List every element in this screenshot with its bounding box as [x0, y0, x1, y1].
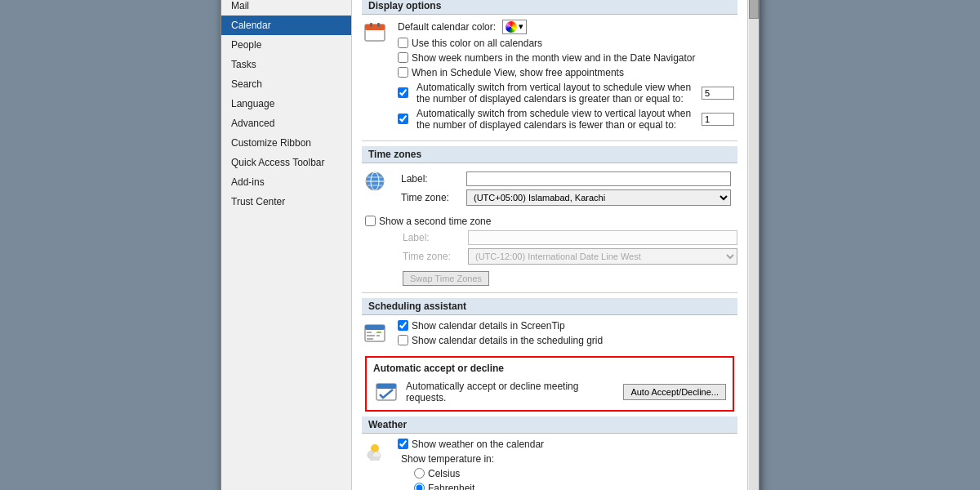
globe-icon: [362, 168, 388, 194]
second-zone-select[interactable]: (UTC-12:00) International Date Line West: [468, 248, 737, 265]
show-temp-row: Show temperature in:: [394, 453, 737, 465]
tz-zone-text: Time zone:: [401, 192, 466, 203]
sidebar-item-calendar[interactable]: Calendar: [221, 16, 351, 35]
second-zone-text: Time zone:: [403, 251, 468, 262]
tz-label-input[interactable]: [466, 172, 731, 186]
sidebar: General Mail Calendar People Tasks Searc…: [221, 0, 352, 490]
sidebar-item-quick-access[interactable]: Quick Access Toolbar: [221, 153, 351, 172]
sidebar-item-people[interactable]: People: [221, 35, 351, 55]
time-zones-header: Time zones: [362, 146, 737, 163]
content-area: Show bell icon on the calendar for appoi…: [352, 0, 747, 490]
screentip-row: Show calendar details in ScreenTip: [394, 320, 737, 332]
weather-icon: [362, 439, 388, 465]
auto-switch-back-label: Automatically switch from schedule view …: [416, 108, 697, 131]
content-with-scroll: Show bell icon on the calendar for appoi…: [352, 0, 759, 490]
svg-rect-3: [377, 23, 380, 27]
second-tz-label: Show a second time zone: [379, 216, 491, 227]
dialog-body: General Mail Calendar People Tasks Searc…: [221, 0, 759, 490]
color-circle-icon: [506, 21, 517, 33]
outlook-options-dialog: Outlook Options ? ✕ General Mail Calenda…: [220, 0, 760, 490]
tz-icon-row: Label: Time zone: (UTC+05:00) Islamabad,…: [362, 168, 737, 212]
celsius-label: Celsius: [428, 468, 460, 479]
auto-switch-checkbox[interactable]: [398, 87, 408, 98]
celsius-row: Celsius: [411, 468, 737, 479]
second-label-row: Label:: [403, 230, 737, 245]
auto-switch-row: Automatically switch from vertical layou…: [394, 82, 737, 105]
sidebar-item-mail[interactable]: Mail: [221, 0, 351, 16]
fahrenheit-label: Fahrenheit: [428, 483, 474, 491]
use-color-label: Use this color on all calendars: [412, 38, 542, 49]
svg-rect-2: [370, 23, 372, 27]
scheduling-header: Scheduling assistant: [362, 298, 737, 315]
auto-accept-icon: [373, 379, 399, 405]
auto-switch-back-row: Automatically switch from schedule view …: [394, 108, 737, 131]
sidebar-item-search[interactable]: Search: [221, 74, 351, 94]
screentip-label: Show calendar details in ScreenTip: [412, 320, 565, 332]
auto-accept-decline-button[interactable]: Auto Accept/Decline...: [623, 384, 726, 400]
week-numbers-row: Show week numbers in the month view and …: [394, 52, 737, 64]
free-appt-label: When in Schedule View, show free appoint…: [412, 67, 624, 78]
fahrenheit-radio[interactable]: [414, 483, 425, 490]
time-zones-section: Time zones: [362, 146, 737, 286]
auto-switch-value[interactable]: [702, 87, 734, 100]
scrollbar[interactable]: ▲ ▼: [747, 0, 759, 490]
swap-time-zones-button[interactable]: Swap Time Zones: [403, 271, 489, 286]
tz-label-row: Label:: [401, 172, 731, 186]
scroll-thumb-handle[interactable]: [749, 0, 759, 19]
tz-zone-select[interactable]: (UTC+05:00) Islamabad, Karachi: [466, 189, 731, 206]
weather-header: Weather: [362, 416, 737, 434]
sidebar-item-tasks[interactable]: Tasks: [221, 55, 351, 74]
sidebar-item-language[interactable]: Language: [221, 94, 351, 114]
tz-label-text: Label:: [401, 173, 466, 185]
auto-switch-label: Automatically switch from vertical layou…: [416, 82, 697, 105]
tz-controls: Label: Time zone: (UTC+05:00) Islamabad,…: [394, 168, 737, 212]
display-options-header: Display options: [362, 0, 737, 15]
second-label-input[interactable]: [468, 230, 737, 245]
sidebar-item-customize-ribbon[interactable]: Customize Ribbon: [221, 133, 351, 153]
auto-accept-description: Automatically accept or decline meeting …: [406, 381, 617, 403]
weather-section: Weather: [362, 416, 737, 491]
sidebar-item-add-ins[interactable]: Add-ins: [221, 172, 351, 192]
svg-rect-21: [370, 457, 380, 461]
auto-accept-header: Automatic accept or decline: [373, 363, 726, 374]
separator-2: [362, 292, 737, 293]
default-color-label: Default calendar color:: [398, 21, 496, 33]
second-tz-checkbox[interactable]: [365, 216, 376, 226]
dropdown-arrow-icon: ▾: [519, 21, 523, 32]
color-picker-button[interactable]: ▾: [502, 20, 527, 34]
free-appt-checkbox[interactable]: [398, 67, 408, 78]
free-appt-row: When in Schedule View, show free appoint…: [394, 67, 737, 78]
svg-rect-10: [365, 325, 385, 330]
grid-label: Show calendar details in the scheduling …: [412, 335, 603, 346]
svg-rect-17: [376, 384, 396, 389]
sidebar-item-advanced[interactable]: Advanced: [221, 114, 351, 133]
scheduling-section: Scheduling assistant: [362, 298, 737, 350]
second-zone-row: Time zone: (UTC-12:00) International Dat…: [403, 248, 737, 265]
weather-options: Show weather on the calendar Show temper…: [394, 439, 737, 491]
scheduling-icon-row: Show calendar details in ScreenTip Show …: [362, 320, 737, 350]
auto-switch-back-value[interactable]: [702, 113, 734, 126]
screentip-checkbox[interactable]: [398, 320, 408, 331]
grid-row: Show calendar details in the scheduling …: [394, 335, 737, 346]
scroll-thumb[interactable]: [749, 0, 759, 490]
svg-rect-1: [365, 24, 385, 30]
week-numbers-checkbox[interactable]: [398, 52, 408, 63]
auto-accept-section: Automatic accept or decline Automaticall…: [365, 356, 734, 412]
celsius-radio[interactable]: [414, 468, 425, 479]
fahrenheit-row: Fahrenheit: [411, 483, 737, 491]
use-color-checkbox[interactable]: [398, 38, 408, 48]
sidebar-item-trust-center[interactable]: Trust Center: [221, 192, 351, 212]
display-options-controls: Default calendar color: ▾ Use this color…: [394, 20, 737, 134]
svg-rect-15: [376, 335, 380, 336]
calendar-color-icon: [362, 20, 388, 46]
scheduling-options: Show calendar details in ScreenTip Show …: [394, 320, 737, 350]
auto-accept-row: Automatically accept or decline meeting …: [373, 379, 726, 405]
weather-icon-row: Show weather on the calendar Show temper…: [362, 439, 737, 491]
show-weather-checkbox[interactable]: [398, 439, 408, 449]
svg-rect-12: [367, 335, 375, 336]
auto-switch-back-checkbox[interactable]: [398, 114, 408, 124]
show-weather-row: Show weather on the calendar: [394, 439, 737, 450]
grid-checkbox[interactable]: [398, 335, 408, 345]
second-label-text: Label:: [403, 232, 468, 243]
display-options-section: Display options: [362, 0, 737, 134]
